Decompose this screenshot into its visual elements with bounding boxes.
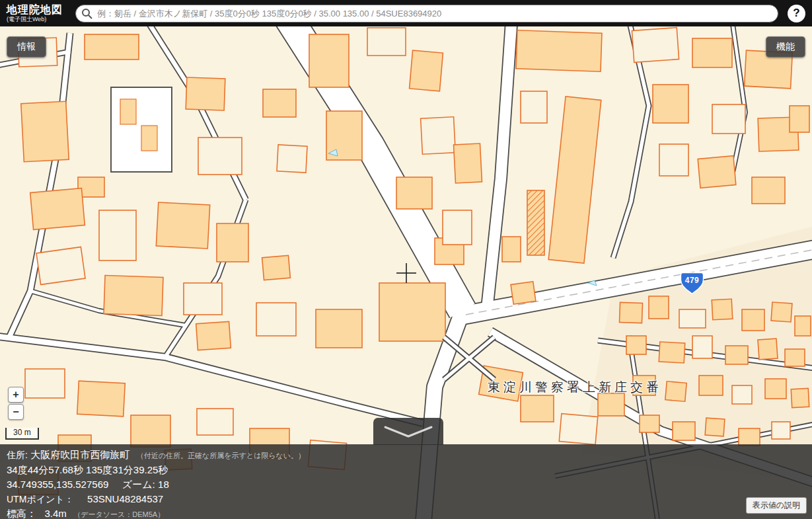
scale-indicator: 30 m — [5, 428, 39, 440]
app-title: 地理院地図 — [7, 4, 67, 16]
zoom-value: 18 — [158, 479, 169, 490]
address-value: 大阪府吹田市西御旅町 — [30, 449, 129, 460]
elevation-value: 3.4m — [44, 508, 66, 519]
zoom-in-button[interactable]: + — [8, 387, 24, 403]
zoom-control: + − — [8, 387, 24, 420]
app-subtitle: (電子国土Web) — [7, 16, 67, 22]
decimal-row: 34.749355,135.527569 ズーム: 18 — [7, 477, 805, 492]
utm-label: UTMポイント： — [7, 494, 74, 504]
utm-row: UTMポイント： 53SNU48284537 — [7, 492, 805, 506]
elevation-source: （データソース：DEM5A） — [73, 510, 165, 518]
header-bar: 地理院地図 (電子国土Web) ? — [0, 0, 812, 26]
zoom-out-button[interactable]: − — [8, 404, 24, 420]
info-button[interactable]: 情報 — [7, 36, 46, 58]
dms-row: 34度44分57.68秒 135度31分39.25秒 — [7, 463, 805, 477]
address-note: （付近の住所。正確な所属を示すとは限らない。） — [137, 452, 305, 459]
gsi-map-app: 地理院地図 (電子国土Web) ? — [0, 0, 812, 519]
elevation-row: 標高： 3.4m （データソース：DEM5A） — [7, 506, 805, 519]
chevron-down-icon — [379, 423, 438, 440]
coordinates-dms: 34度44分57.68秒 135度31分39.25秒 — [7, 464, 168, 475]
zoom-label: ズーム: — [122, 479, 155, 490]
explain-values-button[interactable]: 表示値の説明 — [746, 497, 807, 514]
help-button[interactable]: ? — [788, 5, 805, 22]
poi-label: 東淀川警察署上新庄交番 — [488, 379, 662, 396]
elevation-label: 標高： — [7, 508, 36, 519]
functions-button[interactable]: 機能 — [766, 36, 805, 58]
utm-value: 53SNU48284537 — [87, 493, 163, 504]
panel-toggle[interactable] — [373, 418, 443, 445]
search-icon — [81, 8, 92, 19]
coordinates-decimal: 34.749355,135.527569 — [7, 479, 108, 490]
app-logo[interactable]: 地理院地図 (電子国土Web) — [7, 4, 67, 22]
search-input[interactable] — [75, 5, 778, 22]
route-shield: 479 — [680, 272, 704, 295]
address-label: 住所: — [7, 450, 28, 460]
search-box — [75, 5, 778, 22]
status-panel: 住所: 大阪府吹田市西御旅町 （付近の住所。正確な所属を示すとは限らない。） 3… — [0, 444, 812, 519]
route-shield-number: 479 — [680, 276, 704, 285]
address-row: 住所: 大阪府吹田市西御旅町 （付近の住所。正確な所属を示すとは限らない。） — [7, 448, 805, 463]
